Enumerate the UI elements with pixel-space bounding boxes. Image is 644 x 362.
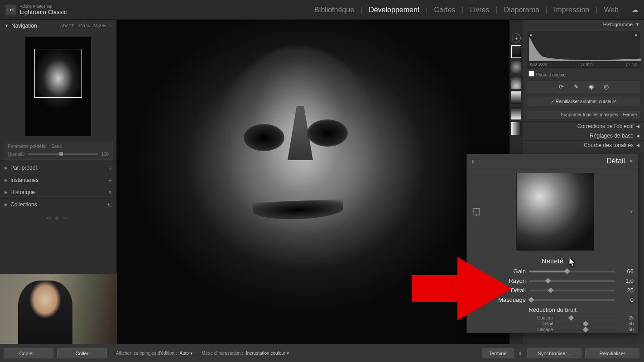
quantity-value: 100 [101, 152, 109, 157]
navigator-viewport-rect[interactable] [34, 49, 82, 98]
section-collections-label: Collections [10, 201, 37, 208]
panel-ornament: ∾◈∾ [0, 210, 116, 225]
sync-button[interactable]: Synchroniser... [527, 348, 582, 358]
quantity-label: Quantité [8, 152, 25, 157]
sharpening-title: Netteté [467, 255, 638, 267]
top-bar: LrC Adobe Photoshop Lightroom Classic Bi… [0, 0, 644, 20]
histogram[interactable]: ▲ ▲ ISO 1000 37 mm ƒ / 4,0 [527, 31, 640, 68]
tab-map[interactable]: Cartes [434, 6, 455, 14]
clip-highlight-icon[interactable]: ▲ [634, 32, 638, 37]
overlay-label: Mode d'incrustation : [202, 351, 243, 356]
original-checkbox[interactable] [529, 71, 534, 76]
plus-icon[interactable]: + [108, 164, 112, 171]
reset-button[interactable]: Réinitialiser [585, 348, 639, 358]
slider-noise-color[interactable]: Couleur 25 [467, 315, 638, 321]
chevron-down-icon: ▼ [5, 24, 9, 28]
detail-title: Détail [474, 157, 625, 165]
histo-focal: 37 mm [580, 62, 593, 67]
app-name: Lightroom Classic [20, 9, 67, 15]
section-basic[interactable]: Réglages de base◀ [523, 131, 644, 140]
chevron-down-icon[interactable]: ▼ [629, 158, 634, 164]
section-presets-label: Par. prédéf. [10, 165, 38, 171]
navigator-title: Navigation [11, 23, 60, 29]
reset-cursors-row[interactable]: ✓ Réinitialiser automat. curseurs [527, 97, 640, 106]
main-photo [117, 20, 509, 344]
original-photo-toggle[interactable]: Photo d'origine [523, 70, 644, 78]
histogram-title: Histogramme [528, 22, 633, 27]
mask-tool-row: ⟳ ✎ ◉ ◎ [527, 80, 640, 93]
canvas[interactable] [117, 20, 509, 344]
tab-web[interactable]: Web [604, 6, 619, 14]
overlay-mode-select[interactable]: Incrustation couleur ▾ [246, 351, 289, 356]
bottom-bar: Copier... Coller Afficher les épingles d… [0, 344, 644, 362]
cloud-sync-icon[interactable]: ☁ [631, 5, 639, 14]
app-logo: LrC [5, 5, 16, 15]
app-brand: Adobe Photoshop [20, 4, 67, 9]
navigator-header[interactable]: ▼ Navigation ADAPT. 100 % 33,3 % ▵ [0, 20, 116, 32]
tab-print[interactable]: Impression [554, 6, 589, 14]
section-lens[interactable]: Corrections de l'objectif◀ [523, 121, 644, 131]
delete-masks-button[interactable]: Supprimer tous les masques [561, 112, 618, 117]
section-collections[interactable]: ▶Collections+. [0, 198, 116, 210]
slider-noise-smooth[interactable]: Lissage 50 [467, 327, 638, 333]
noise-title: Réduction du bruit [467, 305, 638, 315]
detail-target-icon[interactable] [472, 208, 481, 216]
chevron-down-icon[interactable]: ▼ [630, 210, 636, 214]
copy-button[interactable]: Copier... [4, 348, 53, 358]
close-masks-button[interactable]: Fermer [623, 112, 637, 117]
crop-icon[interactable]: ⟳ [559, 83, 564, 90]
close-icon[interactable]: × [108, 189, 112, 196]
chevron-down-icon: ▼ [635, 22, 639, 27]
slider-radius[interactable]: Rayon 1,0 [467, 276, 638, 286]
slider-detail[interactable]: Détail 25 [467, 286, 638, 295]
section-history[interactable]: ▶Historique× [0, 186, 116, 198]
detail-zoom-preview[interactable] [516, 173, 594, 251]
section-presets[interactable]: ▶Par. prédéf.+ [0, 162, 116, 174]
histogram-header[interactable]: Histogramme ▼ [523, 20, 644, 29]
app-title: Adobe Photoshop Lightroom Classic [20, 4, 67, 15]
section-snapshots-label: Instantanés [10, 177, 38, 183]
slider-masking[interactable]: Masquage 0 [467, 295, 638, 305]
mask-thumb-3[interactable] [511, 76, 521, 89]
brush-icon[interactable]: ✎ [574, 83, 579, 90]
zoom-mode[interactable]: ADAPT. [60, 24, 75, 28]
paste-button[interactable]: Coller [57, 348, 107, 358]
mask-thumb-2[interactable] [511, 61, 521, 73]
histo-aperture: ƒ / 4,0 [626, 62, 637, 67]
plus-icon[interactable]: +. [106, 201, 112, 208]
pins-label: Afficher les épingles d'édition : [116, 351, 177, 356]
tab-slideshow[interactable]: Diaporama [504, 6, 539, 14]
quantity-slider[interactable] [28, 153, 99, 155]
tab-develop[interactable]: Développement [369, 6, 419, 14]
mask-thumb-4[interactable] [511, 91, 521, 104]
slider-gain[interactable]: Gain 66 [467, 267, 638, 276]
zoom-stepper-icon[interactable]: ▵ [110, 24, 112, 28]
radial-icon[interactable]: ◎ [604, 83, 609, 90]
zoom-pct[interactable]: 33,3 % [93, 24, 106, 28]
webcam-overlay [0, 274, 117, 344]
navigator-thumbnail[interactable] [25, 37, 91, 136]
slider-noise-detail[interactable]: Détail 50 [467, 321, 638, 327]
histo-iso: ISO 1000 [530, 62, 547, 67]
detail-panel: ▮ Détail ▼ ▼ Netteté Gain 66 Rayon 1,0 D… [466, 154, 639, 333]
eye-icon[interactable]: ◉ [589, 83, 594, 90]
done-button[interactable]: Terminé [482, 348, 514, 358]
zoom-100[interactable]: 100 % [78, 24, 90, 28]
module-tabs: Bibliothèque| Développement| Cartes| Liv… [314, 5, 639, 14]
panel-switch-icon[interactable]: ▮ [519, 351, 522, 356]
section-tone[interactable]: Courbe des tonalités◀ [523, 140, 644, 150]
mask-thumb-5[interactable] [511, 107, 521, 119]
tab-library[interactable]: Bibliothèque [314, 6, 354, 14]
mask-thumb-1[interactable] [511, 45, 521, 58]
section-snapshots[interactable]: ▶Instantanés+ [0, 174, 116, 186]
preset-label: Paramètre prédéfini : Sans [8, 144, 109, 149]
plus-icon[interactable]: + [108, 176, 112, 184]
clip-shadow-icon[interactable]: ▲ [529, 32, 533, 37]
mask-thumb-6[interactable] [511, 122, 521, 135]
add-mask-button[interactable]: + [512, 33, 521, 43]
tab-book[interactable]: Livres [470, 6, 490, 14]
pins-mode-select[interactable]: Auto ▾ [180, 351, 192, 356]
section-history-label: Historique [10, 189, 35, 195]
profile-preset-box: Paramètre prédéfini : Sans Quantité 100 [4, 141, 113, 160]
